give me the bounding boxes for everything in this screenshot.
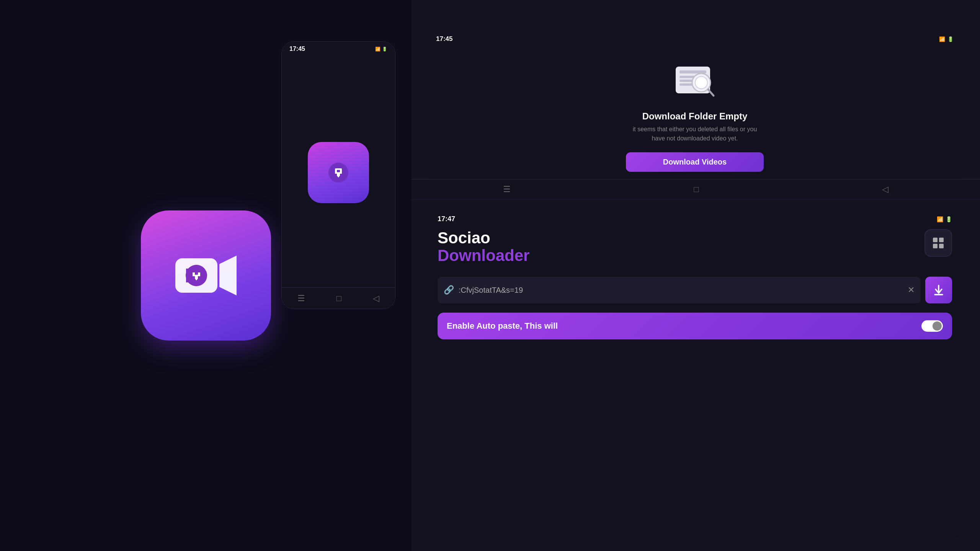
clear-url-button[interactable]: ✕ <box>908 285 915 295</box>
phone-mockup-left: 17:45 📶 🔋 ☰ □ ◁ <box>281 41 395 309</box>
phone-top-time: 17:45 <box>436 35 452 43</box>
nav-hamburger-left: ☰ <box>297 293 305 303</box>
toggle-circle <box>933 321 942 331</box>
status-icons-left: 📶 🔋 <box>375 47 387 52</box>
link-icon: 🔗 <box>444 285 454 295</box>
phone-top-nav: ☰ □ ◁ <box>412 179 980 199</box>
battery-icon-bottom: 🔋 <box>946 216 952 222</box>
svg-rect-15 <box>933 244 938 248</box>
nav-back-left: ◁ <box>373 293 379 303</box>
url-display: :CfvjSotatTA&s=19 <box>459 286 908 295</box>
phone-nav-left: ☰ □ ◁ <box>282 287 395 309</box>
empty-folder-icon <box>670 55 720 105</box>
app-header: Sociao Downloader <box>438 229 952 264</box>
svg-rect-4 <box>335 168 342 170</box>
svg-marker-1 <box>219 256 237 295</box>
autopaste-toggle[interactable] <box>921 320 943 332</box>
phone-top-area: 17:45 📶 🔋 <box>412 0 980 199</box>
phone-content-left <box>282 56 395 289</box>
nav-square-top: □ <box>694 184 699 194</box>
wifi-icon-top: 📶 <box>939 36 945 42</box>
svg-rect-14 <box>939 238 944 242</box>
empty-subtitle: it seems that either you deleted all fil… <box>626 125 764 143</box>
phone-bottom-status-icons: 📶 🔋 <box>937 216 952 222</box>
app-title-line2: Downloader <box>438 247 529 264</box>
empty-title: Download Folder Empty <box>642 111 748 122</box>
app-title: Sociao Downloader <box>438 229 529 264</box>
app-title-line1: Sociao <box>438 229 529 247</box>
phone-top-screen: 17:45 📶 🔋 <box>427 31 963 191</box>
phone-bottom-status-bar: 17:47 📶 🔋 <box>438 215 952 223</box>
phone-bottom-time: 17:47 <box>438 215 455 223</box>
app-icon-medium-left <box>308 142 369 203</box>
phone-bottom-screen: 17:47 📶 🔋 Sociao Downloader <box>427 207 963 536</box>
autopaste-banner: Enable Auto paste, This will <box>438 313 952 339</box>
app-icon-large <box>141 210 271 341</box>
download-videos-button[interactable]: Download Videos <box>626 152 764 172</box>
svg-rect-13 <box>933 238 938 242</box>
right-panel: Video Music 17:45 📶 🔋 <box>412 0 980 551</box>
phone-top-status-bar: 17:45 📶 🔋 <box>427 31 963 47</box>
nav-hamburger-top: ☰ <box>503 184 511 194</box>
url-input-row: 🔗 :CfvjSotatTA&s=19 ✕ <box>438 277 952 303</box>
phone-time-left: 17:45 <box>289 46 305 52</box>
svg-rect-16 <box>939 244 944 248</box>
wifi-icon-bottom: 📶 <box>937 216 943 222</box>
phone-top-status-icons: 📶 🔋 <box>939 36 954 42</box>
phone-status-bar-left: 17:45 📶 🔋 <box>282 42 395 56</box>
url-input-container[interactable]: 🔗 :CfvjSotatTA&s=19 ✕ <box>438 277 921 303</box>
empty-state: Download Folder Empty it seems that eith… <box>427 47 963 172</box>
phone-bottom-area: 17:47 📶 🔋 Sociao Downloader <box>412 199 980 551</box>
nav-back-top: ◁ <box>882 184 889 194</box>
autopaste-label: Enable Auto paste, This will <box>447 321 558 331</box>
grid-view-button[interactable] <box>924 229 952 257</box>
nav-square-left: □ <box>336 293 341 303</box>
battery-icon-top: 🔋 <box>947 36 954 42</box>
svg-point-11 <box>695 77 707 89</box>
download-button[interactable] <box>925 277 952 303</box>
